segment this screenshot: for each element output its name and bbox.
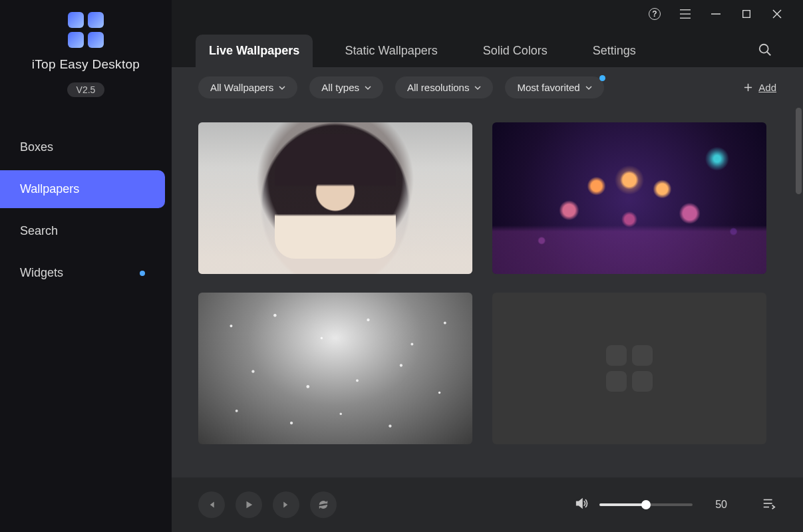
volume-slider-thumb[interactable]: [641, 500, 651, 509]
chevron-down-icon: [585, 86, 592, 90]
add-label: Add: [758, 82, 776, 93]
volume-icon: [574, 496, 589, 511]
main-area: ? Live Wallpapers Static Wallpapers Soli…: [172, 0, 803, 532]
skip-prev-icon: [208, 501, 216, 509]
filter-category[interactable]: All Wallpapers: [198, 76, 297, 98]
volume-slider[interactable]: [599, 503, 693, 506]
tab-live-wallpapers[interactable]: Live Wallpapers: [196, 35, 313, 67]
wallpaper-card-placeholder[interactable]: [492, 293, 766, 444]
play-button[interactable]: [236, 491, 262, 518]
close-button[interactable]: [771, 8, 783, 20]
close-icon: [771, 8, 783, 20]
add-button[interactable]: Add: [743, 82, 776, 93]
hamburger-icon: [679, 9, 691, 19]
minimize-icon: [710, 8, 722, 20]
maximize-button[interactable]: [740, 8, 752, 20]
tab-bar: Live Wallpapers Static Wallpapers Solid …: [172, 28, 803, 67]
tab-solid-colors[interactable]: Solid Colors: [470, 35, 561, 67]
sidebar: iTop Easy Desktop V2.5 Boxes Wallpapers …: [0, 0, 172, 532]
sidebar-item-boxes[interactable]: Boxes: [0, 128, 165, 166]
notification-dot-icon: [140, 271, 145, 276]
search-button[interactable]: [758, 43, 779, 60]
prev-button[interactable]: [198, 491, 225, 518]
filter-category-label: All Wallpapers: [210, 82, 273, 93]
maximize-icon: [741, 9, 752, 19]
wallpaper-card[interactable]: [198, 122, 472, 274]
playlist-button[interactable]: [738, 496, 776, 513]
app-window: iTop Easy Desktop V2.5 Boxes Wallpapers …: [0, 0, 803, 532]
loop-icon: [318, 499, 329, 510]
svg-line-8: [767, 51, 771, 55]
tab-settings[interactable]: Settings: [579, 35, 649, 67]
filter-type[interactable]: All types: [309, 76, 383, 98]
placeholder-tiles-icon: [606, 345, 653, 392]
help-button[interactable]: ?: [649, 8, 661, 20]
minimize-button[interactable]: [710, 8, 722, 20]
svg-rect-4: [743, 11, 750, 18]
menu-button[interactable]: [679, 8, 691, 20]
app-logo-icon: [68, 12, 104, 48]
tab-static-wallpapers[interactable]: Static Wallpapers: [331, 35, 450, 67]
wallpaper-gallery: [198, 122, 778, 444]
sidebar-item-label: Widgets: [20, 266, 63, 280]
chevron-down-icon: [279, 86, 285, 90]
plus-icon: [743, 82, 753, 92]
sidebar-item-label: Wallpapers: [20, 182, 79, 196]
filter-resolution[interactable]: All resolutions: [395, 76, 493, 98]
filter-resolution-label: All resolutions: [407, 82, 469, 93]
player-bar: 50: [172, 477, 803, 532]
volume-button[interactable]: [574, 496, 589, 513]
sidebar-item-widgets[interactable]: Widgets: [0, 254, 165, 292]
help-icon: ?: [649, 8, 661, 20]
playlist-icon: [762, 496, 776, 511]
sidebar-item-wallpapers[interactable]: Wallpapers: [0, 170, 165, 208]
play-icon: [244, 500, 253, 509]
volume-slider-fill: [599, 503, 646, 506]
next-button[interactable]: [273, 491, 299, 518]
gallery-wrap: [172, 102, 803, 477]
sidebar-nav: Boxes Wallpapers Search Widgets: [0, 126, 172, 294]
sidebar-item-search[interactable]: Search: [0, 212, 165, 250]
app-name: iTop Easy Desktop: [32, 57, 140, 72]
filter-sort-label: Most favorited: [517, 82, 579, 93]
chevron-down-icon: [474, 86, 481, 90]
scrollbar-thumb[interactable]: [796, 108, 802, 194]
volume-value: 50: [703, 499, 727, 511]
content-panel: All Wallpapers All types All resolutions…: [172, 67, 803, 532]
wallpaper-card[interactable]: [198, 293, 472, 444]
version-badge: V2.5: [67, 82, 105, 97]
notification-dot-icon: [599, 75, 605, 81]
chevron-down-icon: [365, 86, 371, 90]
svg-point-7: [760, 44, 768, 53]
sidebar-item-label: Boxes: [20, 140, 53, 154]
titlebar: ?: [172, 0, 803, 28]
skip-next-icon: [282, 501, 290, 509]
wallpaper-card[interactable]: [492, 122, 766, 274]
logo-block: iTop Easy Desktop V2.5: [0, 12, 172, 97]
sidebar-item-label: Search: [20, 224, 58, 238]
loop-button[interactable]: [310, 491, 337, 518]
filter-type-label: All types: [321, 82, 359, 93]
filter-bar: All Wallpapers All types All resolutions…: [172, 67, 803, 102]
search-icon: [758, 43, 772, 57]
filter-sort[interactable]: Most favorited: [505, 76, 603, 98]
